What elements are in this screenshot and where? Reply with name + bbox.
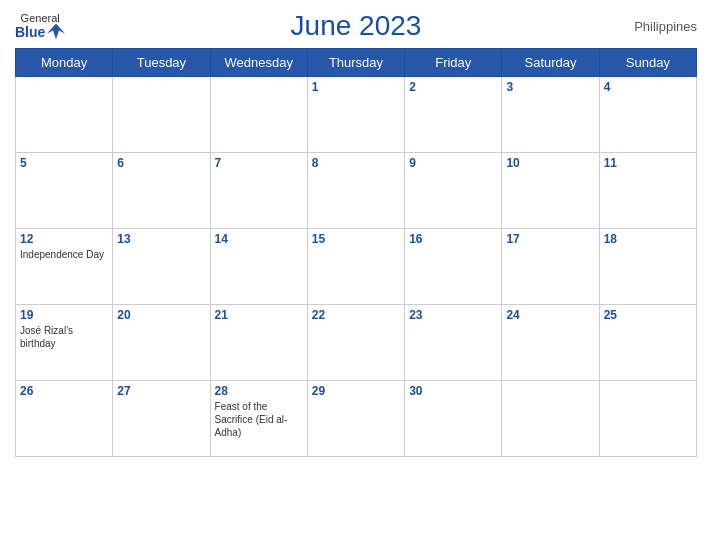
calendar-header: General Blue June 2023 Philippines	[15, 10, 697, 42]
calendar-cell: 15	[307, 229, 404, 305]
calendar-cell	[113, 77, 210, 153]
calendar-week-row: 1234	[16, 77, 697, 153]
day-number: 6	[117, 156, 205, 170]
calendar-cell: 17	[502, 229, 599, 305]
day-number: 4	[604, 80, 692, 94]
day-number: 27	[117, 384, 205, 398]
calendar-cell: 20	[113, 305, 210, 381]
calendar-cell	[16, 77, 113, 153]
weekday-header-sunday: Sunday	[599, 49, 696, 77]
day-number: 23	[409, 308, 497, 322]
calendar-cell: 16	[405, 229, 502, 305]
day-number: 1	[312, 80, 400, 94]
day-number: 5	[20, 156, 108, 170]
holiday-text: Feast of the Sacrifice (Eid al-Adha)	[215, 401, 288, 438]
calendar-cell: 27	[113, 381, 210, 457]
calendar-cell: 30	[405, 381, 502, 457]
calendar-cell: 5	[16, 153, 113, 229]
calendar-cell: 14	[210, 229, 307, 305]
month-title: June 2023	[291, 10, 422, 42]
day-number: 17	[506, 232, 594, 246]
calendar-week-row: 567891011	[16, 153, 697, 229]
logo-blue-text: Blue	[15, 25, 45, 39]
day-number: 8	[312, 156, 400, 170]
calendar-cell: 13	[113, 229, 210, 305]
calendar-cell	[210, 77, 307, 153]
day-number: 13	[117, 232, 205, 246]
calendar-cell: 7	[210, 153, 307, 229]
day-number: 20	[117, 308, 205, 322]
weekday-header-row: MondayTuesdayWednesdayThursdayFridaySatu…	[16, 49, 697, 77]
calendar-cell: 8	[307, 153, 404, 229]
day-number: 25	[604, 308, 692, 322]
day-number: 16	[409, 232, 497, 246]
calendar-week-row: 262728Feast of the Sacrifice (Eid al-Adh…	[16, 381, 697, 457]
weekday-header-thursday: Thursday	[307, 49, 404, 77]
day-number: 10	[506, 156, 594, 170]
calendar-cell: 3	[502, 77, 599, 153]
calendar-cell: 25	[599, 305, 696, 381]
calendar-cell: 10	[502, 153, 599, 229]
weekday-header-wednesday: Wednesday	[210, 49, 307, 77]
svg-marker-0	[47, 24, 65, 40]
calendar-cell	[502, 381, 599, 457]
logo-general-text: General	[21, 13, 60, 24]
calendar-table: MondayTuesdayWednesdayThursdayFridaySatu…	[15, 48, 697, 457]
calendar-cell: 23	[405, 305, 502, 381]
calendar-cell: 21	[210, 305, 307, 381]
day-number: 29	[312, 384, 400, 398]
logo-bird-icon	[47, 24, 65, 40]
calendar-cell: 19José Rizal's birthday	[16, 305, 113, 381]
day-number: 30	[409, 384, 497, 398]
calendar-container: General Blue June 2023 Philippines Monda…	[0, 0, 712, 550]
day-number: 18	[604, 232, 692, 246]
calendar-cell: 22	[307, 305, 404, 381]
day-number: 2	[409, 80, 497, 94]
day-number: 7	[215, 156, 303, 170]
calendar-cell: 24	[502, 305, 599, 381]
calendar-cell: 1	[307, 77, 404, 153]
calendar-cell: 4	[599, 77, 696, 153]
day-number: 11	[604, 156, 692, 170]
calendar-cell: 12Independence Day	[16, 229, 113, 305]
calendar-cell: 28Feast of the Sacrifice (Eid al-Adha)	[210, 381, 307, 457]
calendar-cell: 2	[405, 77, 502, 153]
calendar-week-row: 12Independence Day131415161718	[16, 229, 697, 305]
calendar-cell: 26	[16, 381, 113, 457]
day-number: 9	[409, 156, 497, 170]
weekday-header-friday: Friday	[405, 49, 502, 77]
country-label: Philippines	[634, 19, 697, 34]
calendar-cell	[599, 381, 696, 457]
calendar-cell: 9	[405, 153, 502, 229]
holiday-text: Independence Day	[20, 249, 104, 260]
calendar-cell: 29	[307, 381, 404, 457]
day-number: 22	[312, 308, 400, 322]
calendar-cell: 6	[113, 153, 210, 229]
day-number: 28	[215, 384, 303, 398]
day-number: 24	[506, 308, 594, 322]
weekday-header-saturday: Saturday	[502, 49, 599, 77]
day-number: 19	[20, 308, 108, 322]
logo: General Blue	[15, 13, 65, 40]
day-number: 21	[215, 308, 303, 322]
day-number: 15	[312, 232, 400, 246]
weekday-header-tuesday: Tuesday	[113, 49, 210, 77]
day-number: 3	[506, 80, 594, 94]
day-number: 26	[20, 384, 108, 398]
calendar-cell: 18	[599, 229, 696, 305]
day-number: 12	[20, 232, 108, 246]
calendar-week-row: 19José Rizal's birthday202122232425	[16, 305, 697, 381]
calendar-cell: 11	[599, 153, 696, 229]
holiday-text: José Rizal's birthday	[20, 325, 73, 349]
day-number: 14	[215, 232, 303, 246]
weekday-header-monday: Monday	[16, 49, 113, 77]
